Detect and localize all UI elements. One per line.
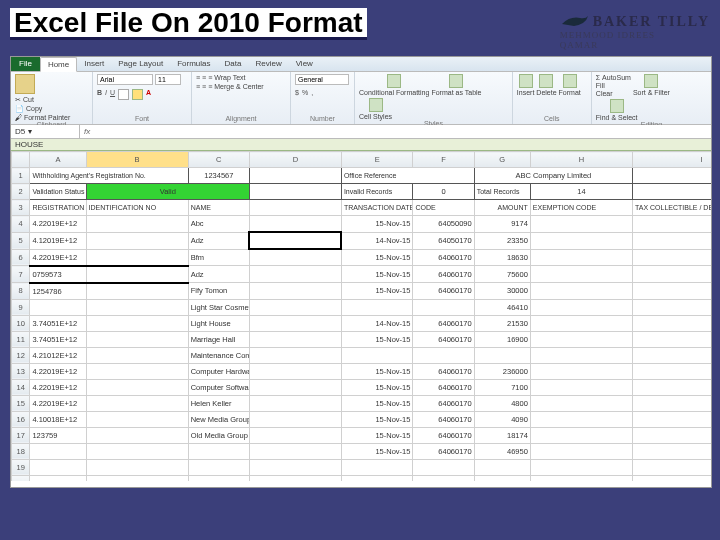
cell-date[interactable]: 15-Nov-15 [341, 427, 413, 443]
cell-exemption[interactable] [530, 395, 632, 411]
cell-d[interactable] [249, 331, 341, 347]
align-top-icon[interactable]: ≡ [196, 74, 200, 81]
table-row[interactable]: 81254786Fify Tomon15-Nov-156406017030000… [12, 283, 712, 300]
cell-name[interactable]: Computer Software [188, 379, 249, 395]
cell-amount[interactable]: 46950 [474, 443, 530, 459]
tab-view[interactable]: View [289, 57, 320, 71]
cell-code[interactable]: 64060170 [413, 363, 474, 379]
tab-formulas[interactable]: Formulas [170, 57, 217, 71]
cell-date[interactable]: 14-Nov-15 [341, 232, 413, 249]
cell-exemption[interactable] [530, 249, 632, 266]
delete-icon[interactable] [539, 74, 553, 88]
cell-ident[interactable] [86, 443, 188, 459]
cell-tax[interactable] [633, 347, 712, 363]
cell-d[interactable] [249, 232, 341, 249]
cell-exemption[interactable] [530, 216, 632, 233]
cell-code[interactable] [413, 299, 474, 315]
worksheet-grid[interactable]: A B C D E F G H I 1 Withholding Agent's … [11, 151, 711, 481]
table-row[interactable]: 20 [12, 475, 712, 481]
merge-button[interactable]: Merge & Center [214, 83, 263, 90]
cell-exemption[interactable] [530, 443, 632, 459]
table-row[interactable]: 17123759Old Media Group15-Nov-1564060170… [12, 427, 712, 443]
table-row[interactable]: 134.22019E+12Computer Hardware15-Nov-156… [12, 363, 712, 379]
cell-exemption[interactable] [530, 266, 632, 283]
cell-code[interactable]: 64060170 [413, 379, 474, 395]
cell-name[interactable]: Helen Keller [188, 395, 249, 411]
cell-name[interactable]: Abc [188, 216, 249, 233]
cell-date[interactable]: 15-Nov-15 [341, 283, 413, 300]
cell-code[interactable]: 64060170 [413, 411, 474, 427]
cell-tax[interactable] [633, 232, 712, 249]
fill-color-icon[interactable] [132, 89, 143, 100]
cell-tax[interactable] [633, 331, 712, 347]
cell-amount[interactable]: 18630 [474, 249, 530, 266]
cell-ident[interactable] [86, 427, 188, 443]
tab-data[interactable]: Data [218, 57, 249, 71]
percent-icon[interactable]: % [302, 89, 308, 96]
table-row[interactable]: 154.22019E+12Helen Keller15-Nov-15640601… [12, 395, 712, 411]
cell-d[interactable] [249, 427, 341, 443]
cell-name[interactable] [188, 443, 249, 459]
align-mid-icon[interactable]: ≡ [202, 74, 206, 81]
cell-d[interactable] [249, 347, 341, 363]
cell-date[interactable]: 15-Nov-15 [341, 395, 413, 411]
column-labels-row[interactable]: 3 REGISTRATION NO IDENTIFICATION NO NAME… [12, 200, 712, 216]
format-icon[interactable] [563, 74, 577, 88]
cell-ident[interactable] [86, 216, 188, 233]
cell-d[interactable] [249, 249, 341, 266]
cell-amount[interactable]: 46410 [474, 299, 530, 315]
cell-code[interactable] [413, 347, 474, 363]
cell-amount[interactable]: 4800 [474, 395, 530, 411]
cell-reg[interactable]: 4.12019E+12 [30, 232, 86, 249]
cell-amount[interactable]: 18174 [474, 427, 530, 443]
cell-reg[interactable]: 4.10018E+12 [30, 411, 86, 427]
value-reg-no[interactable]: 1234567 [188, 168, 249, 184]
cell-reg[interactable]: 4.22019E+12 [30, 249, 86, 266]
table-row[interactable]: 164.10018E+12New Media Group15-Nov-15640… [12, 411, 712, 427]
col-E[interactable]: E [341, 152, 413, 168]
col-F[interactable]: F [413, 152, 474, 168]
cell-code[interactable]: 64060170 [413, 443, 474, 459]
cell-tax[interactable] [633, 395, 712, 411]
bold-button[interactable]: B [97, 89, 102, 100]
cell-reg[interactable] [30, 299, 86, 315]
clear-button[interactable]: Clear [596, 90, 631, 97]
cell-date[interactable] [341, 299, 413, 315]
number-format-input[interactable] [295, 74, 349, 85]
cell-tax[interactable] [633, 266, 712, 283]
cell-exemption[interactable] [530, 427, 632, 443]
font-size-input[interactable] [155, 74, 181, 85]
table-row[interactable]: 9Light Star Cosmetics46410 [12, 299, 712, 315]
font-color-icon[interactable]: A [146, 89, 151, 100]
italic-button[interactable]: I [105, 89, 107, 100]
select-all-corner[interactable] [12, 152, 30, 168]
tab-review[interactable]: Review [248, 57, 288, 71]
cell-name[interactable]: Light Star Cosmetics [188, 299, 249, 315]
cell-name[interactable]: Computer Hardware [188, 363, 249, 379]
cell-ident[interactable] [86, 283, 188, 300]
cell-reg[interactable]: 4.21012E+12 [30, 347, 86, 363]
find-icon[interactable] [610, 99, 624, 113]
cell-tax[interactable] [633, 379, 712, 395]
cell-date[interactable]: 15-Nov-15 [341, 379, 413, 395]
table-row[interactable]: 54.12019E+12Adz14-Nov-156405017023350Val… [12, 232, 712, 249]
currency-icon[interactable]: $ [295, 89, 299, 96]
cell-reg[interactable]: 4.22019E+12 [30, 379, 86, 395]
cell-d[interactable] [249, 379, 341, 395]
table-row[interactable]: 113.74051E+12Marriage Hall15-Nov-1564060… [12, 331, 712, 347]
cell-code[interactable]: 64060170 [413, 315, 474, 331]
cell-d[interactable] [249, 283, 341, 300]
table-row[interactable]: 144.22019E+12Computer Software15-Nov-156… [12, 379, 712, 395]
cell-name[interactable]: Marriage Hall [188, 331, 249, 347]
cell-date[interactable]: 15-Nov-15 [341, 443, 413, 459]
column-header-row[interactable]: A B C D E F G H I [12, 152, 712, 168]
table-row[interactable]: 44.22019E+12Abc15-Nov-15640500909174Vali… [12, 216, 712, 233]
cell-d[interactable] [249, 315, 341, 331]
cell-tax[interactable] [633, 443, 712, 459]
cell-reg[interactable]: 1254786 [30, 283, 86, 300]
cell-ident[interactable] [86, 299, 188, 315]
cell-reg[interactable]: 3.74051E+12 [30, 315, 86, 331]
formula-input[interactable] [94, 126, 707, 137]
cell-exemption[interactable] [530, 232, 632, 249]
table-row[interactable]: 124.21012E+12Maintenance Company [12, 347, 712, 363]
